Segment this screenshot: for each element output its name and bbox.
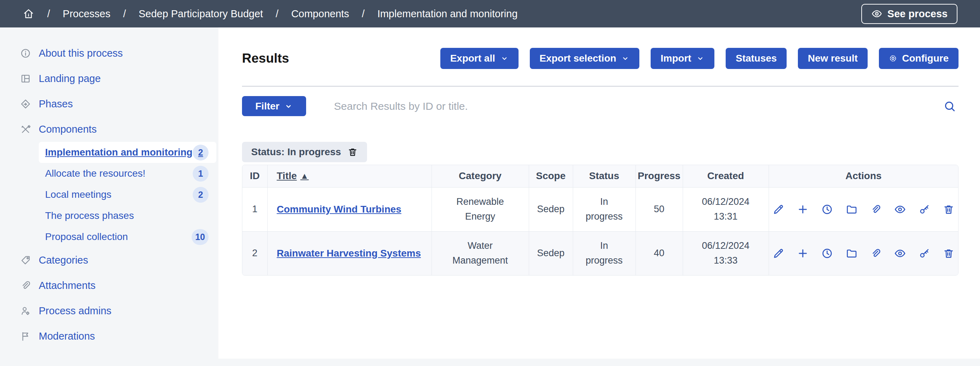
- cell-progress: 40: [635, 231, 682, 275]
- topbar: / Processes / Sedep Participatory Budget…: [0, 0, 980, 27]
- breadcrumb-process-name[interactable]: Sedep Participatory Budget: [139, 8, 263, 20]
- sidebar-item-phases[interactable]: Phases: [0, 91, 218, 116]
- sidebar-subitem-process-phases[interactable]: The process phases: [39, 205, 216, 226]
- header-scope: Scope: [529, 165, 573, 187]
- breadcrumb-separator: /: [362, 8, 364, 20]
- cell-category: Renewable Energy: [431, 187, 529, 231]
- components-sub-list: Implementation and monitoring 2 Allocate…: [39, 142, 216, 247]
- import-button[interactable]: Import: [651, 48, 714, 69]
- permissions-icon[interactable]: [918, 247, 930, 259]
- header-actions: Actions: [768, 165, 958, 187]
- sidebar-subitem-proposal-collection[interactable]: Proposal collection 10: [39, 226, 216, 247]
- statuses-button[interactable]: Statuses: [725, 48, 787, 69]
- breadcrumb-components[interactable]: Components: [291, 8, 349, 20]
- info-icon: [20, 48, 31, 59]
- breadcrumb-current-component[interactable]: Implementation and monitoring: [377, 8, 517, 20]
- cell-category: Water Management: [431, 231, 529, 275]
- attachment-icon[interactable]: [870, 247, 882, 259]
- sidebar-item-moderations[interactable]: Moderations: [0, 323, 218, 349]
- home-icon[interactable]: [22, 8, 35, 20]
- add-icon[interactable]: [797, 247, 809, 259]
- preview-icon[interactable]: [894, 247, 906, 259]
- edit-icon[interactable]: [773, 203, 784, 215]
- header-title-sort[interactable]: Title ▲: [267, 165, 431, 187]
- history-icon[interactable]: [821, 203, 833, 215]
- sidebar-item-about[interactable]: About this process: [0, 40, 218, 66]
- search-icon[interactable]: [943, 100, 956, 113]
- sidebar-item-process-admins[interactable]: Process admins: [0, 298, 218, 323]
- header-created: Created: [682, 165, 768, 187]
- cell-status: In progress: [573, 187, 635, 231]
- active-filter-chip: Status: In progress: [242, 142, 367, 162]
- cell-id: 1: [242, 187, 267, 231]
- export-selection-button[interactable]: Export selection: [530, 48, 640, 69]
- header-progress: Progress: [635, 165, 682, 187]
- chevron-down-icon: [696, 54, 705, 63]
- sort-asc-icon: ▲: [301, 171, 309, 181]
- filter-bar: Filter: [242, 96, 959, 116]
- header-category: Category: [431, 165, 529, 187]
- page-title: Results: [242, 51, 289, 66]
- search-input[interactable]: [334, 100, 943, 112]
- edit-icon[interactable]: [773, 247, 784, 259]
- chevron-down-icon: [284, 102, 293, 111]
- result-title-link[interactable]: Rainwater Harvesting Systems: [277, 248, 421, 259]
- sidebar-item-landing-page[interactable]: Landing page: [0, 66, 218, 91]
- gear-icon: [889, 54, 897, 63]
- cell-created: 06/12/2024 13:31: [682, 187, 768, 231]
- header-status: Status: [573, 165, 635, 187]
- remove-filter-trash-icon[interactable]: [347, 147, 358, 157]
- cell-status: In progress: [573, 231, 635, 275]
- breadcrumb-separator: /: [123, 8, 126, 20]
- paperclip-icon: [20, 280, 31, 291]
- eye-icon: [871, 8, 883, 19]
- chevron-down-icon: [500, 54, 509, 63]
- count-badge: 2: [192, 145, 208, 160]
- export-all-button[interactable]: Export all: [440, 48, 519, 69]
- tools-icon: [20, 124, 31, 135]
- breadcrumb-separator: /: [276, 8, 278, 20]
- chevron-down-icon: [621, 54, 630, 63]
- count-badge: 10: [192, 229, 208, 245]
- results-table: ID Title ▲ Category Scope Status Progres…: [242, 165, 959, 276]
- phases-icon: [20, 98, 31, 109]
- cell-scope: Sedep: [529, 187, 573, 231]
- sidebar-subitem-local-meetings[interactable]: Local meetings 2: [39, 184, 216, 205]
- process-sidebar: About this process Landing page Phases: [0, 27, 218, 359]
- folder-icon[interactable]: [845, 203, 858, 215]
- sidebar-item-categories[interactable]: Categories: [0, 247, 218, 273]
- result-title-link[interactable]: Community Wind Turbines: [277, 204, 402, 215]
- sidebar-item-components[interactable]: Components: [0, 116, 218, 142]
- delete-icon[interactable]: [943, 247, 955, 259]
- configure-button[interactable]: Configure: [879, 48, 959, 69]
- sidebar-subitem-allocate-resources[interactable]: Allocate the resources! 1: [39, 163, 216, 184]
- attachment-icon[interactable]: [870, 203, 882, 215]
- cell-created: 06/12/2024 13:33: [682, 231, 768, 275]
- row-actions: [769, 203, 959, 215]
- layout-icon: [20, 73, 31, 84]
- count-badge: 2: [192, 187, 208, 203]
- results-panel: Results Export all Export selection Impo…: [218, 27, 980, 359]
- permissions-icon[interactable]: [918, 203, 930, 215]
- history-icon[interactable]: [821, 247, 833, 259]
- breadcrumb-processes[interactable]: Processes: [63, 8, 110, 20]
- toolbar: Export all Export selection Import: [440, 48, 959, 69]
- preview-icon[interactable]: [894, 203, 906, 215]
- add-icon[interactable]: [797, 203, 809, 215]
- header-divider: [242, 86, 959, 87]
- cell-progress: 50: [635, 187, 682, 231]
- count-badge: 1: [192, 166, 208, 182]
- header-id: ID: [242, 165, 267, 187]
- sidebar-item-attachments[interactable]: Attachments: [0, 273, 218, 298]
- cell-id: 2: [242, 231, 267, 275]
- new-result-button[interactable]: New result: [798, 48, 868, 69]
- filter-button[interactable]: Filter: [242, 96, 306, 116]
- see-process-button[interactable]: See process: [861, 4, 958, 24]
- cell-scope: Sedep: [529, 231, 573, 275]
- delete-icon[interactable]: [943, 203, 955, 215]
- breadcrumb-separator: /: [47, 8, 50, 20]
- folder-icon[interactable]: [845, 247, 858, 259]
- sidebar-subitem-implementation-monitoring[interactable]: Implementation and monitoring 2: [39, 142, 216, 163]
- flag-icon: [20, 331, 31, 342]
- table-row: 1 Community Wind Turbines Renewable Ener…: [242, 187, 958, 231]
